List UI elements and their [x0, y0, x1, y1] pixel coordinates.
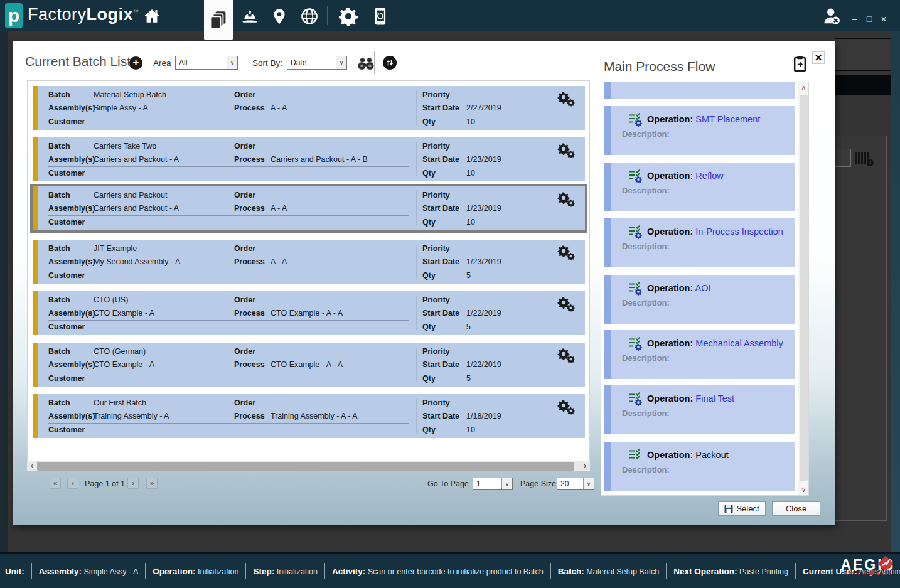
batch-row-selected[interactable]: BatchCarriers and Packout Assembly(s)Car… — [30, 184, 587, 233]
start-date-value: 1/18/2019 — [466, 412, 501, 420]
window-maximize-button[interactable]: □ — [863, 14, 876, 24]
scrollbar-thumb[interactable] — [800, 95, 808, 481]
add-batch-button[interactable]: + — [129, 56, 142, 70]
operation-card[interactable]: Operation: Final Test Description: — [604, 385, 795, 434]
start-date-value: 1/22/2019 — [466, 309, 501, 318]
batch-settings-gears-icon[interactable] — [557, 142, 576, 161]
operation-card-partial[interactable] — [604, 82, 795, 99]
vertical-scrollbar[interactable]: ∧ ∨ — [798, 82, 808, 495]
globe-icon[interactable] — [297, 4, 322, 28]
operation-link[interactable]: Reflow — [695, 171, 723, 181]
device-sync-icon[interactable] — [368, 4, 393, 28]
batch-name: JIT Example — [94, 244, 137, 253]
batch-settings-gears-icon[interactable] — [557, 348, 576, 366]
sort-by-label: Sort By: — [252, 58, 282, 68]
horizontal-scrollbar[interactable]: ‹ › — [27, 461, 590, 471]
process-value: A - A — [271, 204, 287, 213]
page-size-dropdown[interactable]: 20 ∨ — [557, 478, 594, 490]
batch-settings-gears-icon[interactable] — [557, 399, 576, 418]
order-label: Order — [234, 90, 255, 99]
background-left-strip — [0, 31, 8, 552]
batch-settings-gears-icon[interactable] — [557, 91, 576, 110]
location-pin-icon[interactable] — [267, 4, 292, 28]
select-button[interactable]: Select — [718, 501, 766, 516]
batch-row[interactable]: BatchJIT Example Assembly(s)My Second As… — [33, 240, 585, 284]
row-separator — [48, 115, 409, 115]
description-label: Description: — [622, 129, 670, 139]
refresh-icon[interactable] — [383, 56, 397, 70]
operation-checklist-gear-icon — [627, 224, 642, 239]
batch-settings-gears-icon[interactable] — [557, 191, 576, 210]
current-batch-list-dialog: Current Batch List + Area All ∨ Sort By:… — [13, 41, 835, 525]
process-value: A - A — [271, 257, 287, 266]
qty-value: 5 — [466, 271, 471, 280]
last-page-button[interactable]: » — [146, 478, 158, 489]
user-logout-icon[interactable] — [819, 4, 844, 28]
status-bar: Unit: Assembly: Simple Assy - A Operatio… — [0, 552, 900, 588]
factorylogix-logo-icon: p — [5, 3, 23, 28]
operation-link[interactable]: AOI — [695, 283, 711, 293]
process-label: Process — [234, 104, 271, 112]
scrollbar-thumb[interactable] — [37, 462, 574, 471]
operation-link[interactable]: SMT Placement — [695, 114, 760, 124]
operation-card[interactable]: Operation: Reflow Description: — [604, 163, 795, 211]
sort-by-dropdown[interactable]: Date ∨ — [287, 56, 347, 70]
operation-card[interactable]: Operation: Packout Description: — [604, 442, 795, 491]
batch-row[interactable]: BatchMaterial Setup Batch Assembly(s)Sim… — [33, 86, 585, 130]
home-icon[interactable] — [139, 4, 164, 28]
first-page-button[interactable]: « — [50, 478, 61, 489]
assembly-value: CTO Example - A — [94, 309, 154, 318]
operation-card[interactable]: Operation: AOI Description: — [604, 275, 795, 324]
close-icon[interactable]: × — [812, 51, 825, 64]
step-label: Step: — [253, 567, 274, 576]
scroll-down-icon[interactable]: ∨ — [798, 484, 809, 495]
operation-link[interactable]: In-Process Inspection — [695, 227, 783, 237]
toolbar-divider — [327, 6, 328, 25]
start-date-value: 2/27/2019 — [466, 104, 501, 112]
qty-value: 10 — [466, 218, 475, 227]
start-date-value: 1/22/2019 — [466, 360, 501, 369]
settings-gear-icon[interactable] — [336, 4, 361, 28]
assembly-value: Carriers and Packout - A — [94, 155, 179, 164]
scroll-left-icon[interactable]: ‹ — [27, 461, 37, 471]
qty-value: 5 — [466, 374, 471, 383]
next-page-button[interactable]: › — [127, 478, 139, 489]
qty-value: 10 — [466, 425, 475, 434]
operator-hardhat-icon[interactable] — [237, 4, 262, 28]
window-minimize-button[interactable]: – — [849, 14, 861, 24]
clipboard-export-icon[interactable] — [792, 55, 808, 73]
batch-status-stripe — [33, 86, 38, 130]
batch-row[interactable]: BatchOur First Batch Assembly(s)Training… — [33, 394, 585, 438]
previous-page-button[interactable]: ‹ — [67, 478, 78, 489]
batch-row[interactable]: BatchCTO (US) Assembly(s)CTO Example - A… — [33, 291, 585, 335]
chevron-down-icon: ∨ — [583, 478, 594, 489]
go-to-page-dropdown[interactable]: 1 ∨ — [473, 478, 513, 490]
scroll-up-icon[interactable]: ∧ — [798, 82, 809, 93]
chevron-down-icon: ∨ — [501, 478, 512, 489]
batch-row[interactable]: BatchCTO (German) Assembly(s)CTO Example… — [33, 343, 585, 387]
scroll-right-icon[interactable]: › — [580, 461, 590, 471]
next-operation-label: Next Operation: — [673, 567, 737, 576]
activity-label: Activity: — [332, 567, 365, 576]
aegis-software-logo: AEGIS SOFTWARE — [840, 558, 895, 576]
batch-name: Carriers Take Two — [94, 142, 156, 151]
batch-label: Batch: — [558, 567, 584, 576]
operation-card[interactable]: Operation: SMT Placement Description: — [604, 106, 795, 155]
batch-settings-gears-icon[interactable] — [557, 296, 576, 315]
close-button[interactable]: Close — [772, 501, 820, 516]
aegis-diamond-icon — [875, 553, 896, 574]
operation-card[interactable]: Operation: Mechanical Assembly Descripti… — [604, 330, 795, 379]
qty-value: 10 — [466, 117, 475, 126]
operation-label: Operation: — [153, 567, 195, 576]
operation-link[interactable]: Mechanical Assembly — [695, 338, 783, 348]
start-date-value: 1/23/2019 — [466, 257, 501, 266]
batch-row[interactable]: BatchCarriers Take Two Assembly(s)Carrie… — [33, 137, 585, 181]
operation-link[interactable]: Final Test — [695, 393, 734, 404]
operation-name[interactable]: Packout — [695, 450, 728, 460]
tab-batch-list-active[interactable] — [204, 0, 233, 40]
operation-card[interactable]: Operation: In-Process Inspection Descrip… — [604, 218, 795, 267]
area-dropdown[interactable]: All ∨ — [175, 56, 238, 70]
window-close-button[interactable]: × — [877, 14, 890, 25]
search-binoculars-icon[interactable] — [356, 58, 375, 73]
batch-settings-gears-icon[interactable] — [557, 245, 576, 264]
